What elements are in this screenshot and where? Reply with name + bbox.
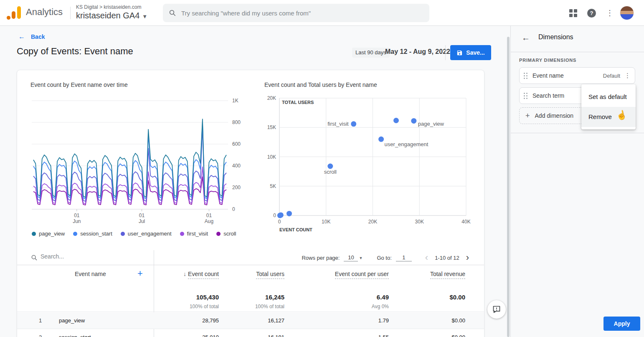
property-switcher[interactable]: kristaseiden GA4▼ <box>76 11 147 20</box>
total-subtext <box>389 304 465 309</box>
page-range: 1-10 of 12 <box>435 255 459 261</box>
svg-text:user_engagement: user_engagement <box>385 141 428 147</box>
column-header-label: Total revenue <box>430 271 465 279</box>
back-link[interactable]: ←Back <box>18 33 45 41</box>
svg-text:01: 01 <box>206 213 212 218</box>
column-header-total-users[interactable]: Total users <box>219 271 284 277</box>
dimension-chip-label: Search term <box>532 92 564 99</box>
drag-handle-icon[interactable] <box>524 73 527 79</box>
date-range[interactable]: May 12 - Aug 9, 2022 <box>385 48 450 56</box>
cell-value: 16,127 <box>219 317 284 324</box>
goto-input[interactable]: 1 <box>396 254 412 261</box>
table-row[interactable]: 2session_start25,01016,1911.55$0.00 <box>17 329 484 337</box>
column-header-label: Total users <box>256 271 284 279</box>
legend-item: scroll <box>216 231 236 237</box>
next-page-icon[interactable]: › <box>464 253 472 262</box>
vertical-scrollbar[interactable] <box>507 37 510 337</box>
analytics-logo-icon <box>7 6 22 20</box>
totals-row: 105,43016,2456.49$0.00 100% of total100%… <box>17 284 484 312</box>
toolbar-divider <box>445 45 446 60</box>
rows-per-page-value: 10 <box>344 254 358 261</box>
property-name: kristaseiden GA4 <box>76 11 139 20</box>
svg-text:200: 200 <box>232 185 241 190</box>
svg-text:0: 0 <box>232 206 235 212</box>
chevron-down-icon: ▼ <box>142 13 147 20</box>
save-icon <box>456 50 463 56</box>
help-icon[interactable]: ? <box>587 9 596 18</box>
save-label: Save... <box>466 49 484 56</box>
prev-page-icon[interactable]: ‹ <box>423 253 431 262</box>
scatter-chart-title: Event count and Total users by Event nam… <box>264 81 377 88</box>
svg-text:Aug: Aug <box>205 218 213 224</box>
global-search-input[interactable] <box>163 4 429 22</box>
apps-grid-icon[interactable] <box>569 9 577 17</box>
svg-text:40K: 40K <box>461 219 470 225</box>
cell-value: 28,795 <box>154 317 219 324</box>
legend-item: first_visit <box>180 231 208 237</box>
primary-dimensions-label: PRIMARY DIMENSIONS <box>519 58 576 63</box>
total-subtext: 100% of total <box>219 304 284 309</box>
column-header-event-count-per-user[interactable]: Event count per user <box>284 271 389 277</box>
legend-dot-icon <box>32 232 36 236</box>
breadcrumb[interactable]: KS Digital > kristaseiden.com <box>76 4 141 10</box>
legend-label: session_start <box>80 231 112 237</box>
chip-menu-icon[interactable]: ⋮ <box>624 72 631 79</box>
svg-text:0: 0 <box>278 219 281 225</box>
svg-text:400: 400 <box>232 163 241 169</box>
cell-value: 1.79 <box>284 317 389 324</box>
panel-back-arrow-icon[interactable]: ← <box>522 33 530 43</box>
default-badge: Default <box>603 73 620 79</box>
rows-per-page-select[interactable]: 10▼ <box>344 254 363 261</box>
svg-text:1K: 1K <box>232 98 238 104</box>
legend-item: user_engagement <box>121 231 172 237</box>
date-preset-badge[interactable]: Last 90 days <box>352 48 390 58</box>
svg-text:first_visit: first_visit <box>327 121 349 127</box>
global-search <box>163 4 429 22</box>
line-chart[interactable]: 01Jun01Jul01Aug1K8006004002000 <box>32 96 251 227</box>
svg-text:Jul: Jul <box>139 218 145 224</box>
goto-label: Go to: <box>377 255 391 261</box>
column-header-label: Event count per user <box>335 271 389 279</box>
feedback-button[interactable] <box>487 300 506 319</box>
cell-value: 1.55 <box>284 334 389 337</box>
legend-label: first_visit <box>187 231 208 237</box>
cell-value: 16,191 <box>219 334 284 337</box>
svg-text:01: 01 <box>74 213 80 218</box>
legend-label: user_engagement <box>128 231 172 237</box>
back-label: Back <box>31 33 45 40</box>
cell-value: $0.00 <box>389 334 465 337</box>
add-column-icon[interactable]: + <box>137 268 143 279</box>
column-header-event-count[interactable]: ↓Event count <box>154 271 219 277</box>
apply-button[interactable]: Apply <box>603 317 640 331</box>
total-value: 105,430 <box>154 294 219 301</box>
svg-text:800: 800 <box>232 119 241 125</box>
svg-text:10K: 10K <box>267 154 276 160</box>
column-header-total-revenue[interactable]: Total revenue <box>389 271 465 277</box>
legend-dot-icon <box>73 232 77 236</box>
drag-handle-icon[interactable] <box>524 93 527 99</box>
row-event-name: page_view <box>59 317 85 324</box>
svg-text:Jun: Jun <box>73 218 81 224</box>
save-button[interactable]: Save... <box>450 45 491 60</box>
legend-dot-icon <box>180 232 184 236</box>
avatar[interactable] <box>620 6 634 20</box>
product-name: Analytics <box>26 7 63 18</box>
panel-divider <box>511 133 644 133</box>
dimension-chip-event-name[interactable]: Event nameDefault⋮ <box>519 67 635 84</box>
table-header-row: Event name + ↓Event countTotal usersEven… <box>17 265 484 284</box>
table-toolbar: Rows per page: 10▼ Go to: 1 ‹ 1-10 of 12… <box>17 250 484 265</box>
svg-text:0: 0 <box>273 213 276 218</box>
row-event-name: session_start <box>59 334 91 337</box>
menu-item-set-as-default[interactable]: Set as default <box>581 87 636 107</box>
column-header-event-name[interactable]: Event name <box>75 271 106 277</box>
svg-text:TOTAL USERS: TOTAL USERS <box>282 100 314 105</box>
dimension-chip-label: Event name <box>532 72 564 79</box>
total-value: 16,245 <box>219 294 284 301</box>
more-menu-icon[interactable]: ⋮ <box>606 8 614 18</box>
svg-text:page_view: page_view <box>418 121 444 127</box>
scatter-chart[interactable]: 20K15K10K5K0010K20K30K40KTOTAL USERSEVEN… <box>262 95 483 235</box>
svg-text:01: 01 <box>139 213 145 218</box>
table-search-input[interactable] <box>41 253 132 260</box>
table-row[interactable]: 1page_view28,79516,1271.79$0.00 <box>17 312 484 329</box>
legend-item: page_view <box>32 231 65 237</box>
